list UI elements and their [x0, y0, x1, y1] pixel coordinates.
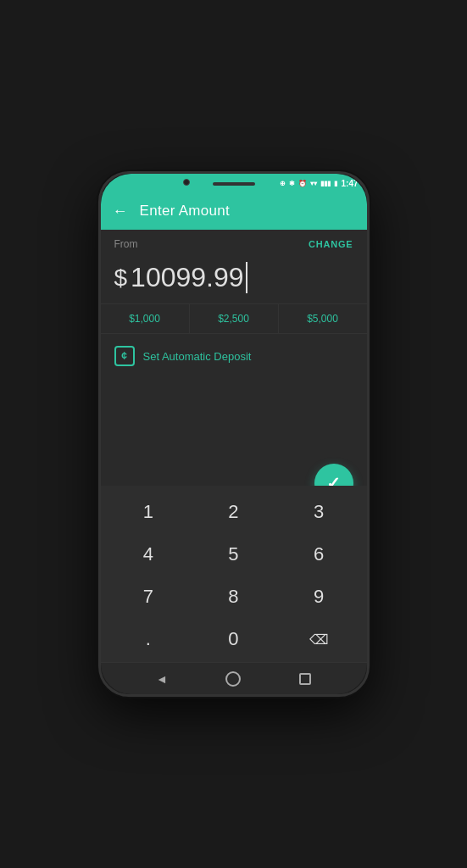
numpad-key-1[interactable]: 1	[108, 492, 190, 531]
auto-deposit-row[interactable]: ¢ Set Automatic Deposit	[101, 334, 367, 378]
status-icon-battery: ▮	[334, 180, 337, 187]
change-button[interactable]: CHANGE	[309, 239, 353, 249]
numpad-key-backspace[interactable]: ⌫	[278, 620, 360, 659]
auto-deposit-label: Set Automatic Deposit	[143, 350, 252, 363]
app-bar-title: Enter Amount	[140, 203, 231, 220]
numpad-key-0[interactable]: 0	[192, 620, 275, 659]
numpad-key-3[interactable]: 3	[278, 492, 360, 531]
numpad-key-2[interactable]: 2	[192, 492, 275, 531]
quick-amount-5000[interactable]: $5,000	[279, 304, 367, 333]
amount-display: $ 10099.99	[101, 257, 367, 303]
numpad-key-7[interactable]: 7	[108, 577, 190, 616]
numpad-key-9[interactable]: 9	[278, 577, 360, 616]
numpad-key-dot[interactable]: .	[108, 620, 190, 659]
auto-deposit-icon-text: ¢	[121, 350, 127, 362]
status-bar: ⊕ ✱ ⏰ ▾▾ ▮▮▮ ▮ 1:47	[101, 174, 367, 192]
confirm-fab[interactable]: ✓	[314, 464, 353, 486]
numpad: 1 2 3 4 5 6 7 8 9 . 0 ⌫	[101, 486, 367, 662]
quick-amount-1000[interactable]: $1,000	[101, 304, 190, 333]
check-icon: ✓	[326, 473, 341, 486]
currency-symbol: $	[114, 264, 128, 292]
nav-home-button[interactable]	[220, 666, 246, 692]
nav-recent-button[interactable]	[292, 666, 318, 692]
fab-container: ✓	[101, 452, 367, 486]
content-area: From CHANGE $ 10099.99 $1,000 $2,500 $5,…	[101, 230, 367, 486]
quick-amount-2500[interactable]: $2,500	[190, 304, 279, 333]
status-icon-wifi: ▾▾	[310, 180, 317, 187]
screen: ⊕ ✱ ⏰ ▾▾ ▮▮▮ ▮ 1:47 ← Enter Amount From …	[101, 174, 367, 694]
numpad-key-8[interactable]: 8	[192, 577, 275, 616]
status-icon-plus: ⊕	[280, 180, 286, 187]
numpad-key-6[interactable]: 6	[278, 535, 360, 574]
app-bar: ← Enter Amount	[101, 192, 367, 230]
nav-bar: ◄	[101, 662, 367, 694]
quick-amounts-row: $1,000 $2,500 $5,000	[101, 303, 367, 334]
back-button[interactable]: ←	[113, 203, 128, 219]
status-icon-bt: ✱	[289, 180, 295, 187]
numpad-key-5[interactable]: 5	[192, 535, 275, 574]
phone-shell: ⊕ ✱ ⏰ ▾▾ ▮▮▮ ▮ 1:47 ← Enter Amount From …	[98, 171, 370, 697]
status-icon-signal: ▮▮▮	[320, 180, 331, 187]
numpad-key-4[interactable]: 4	[108, 535, 190, 574]
home-circle-icon	[225, 671, 241, 687]
amount-value: 10099.99	[131, 262, 247, 293]
status-icon-alarm: ⏰	[298, 180, 307, 187]
from-row: From CHANGE	[101, 230, 367, 257]
recent-square-icon	[299, 673, 311, 685]
from-label: From	[114, 238, 138, 250]
spacer	[101, 378, 367, 452]
nav-back-button[interactable]: ◄	[149, 666, 175, 692]
status-time: 1:47	[341, 179, 358, 188]
auto-deposit-icon: ¢	[114, 346, 135, 366]
